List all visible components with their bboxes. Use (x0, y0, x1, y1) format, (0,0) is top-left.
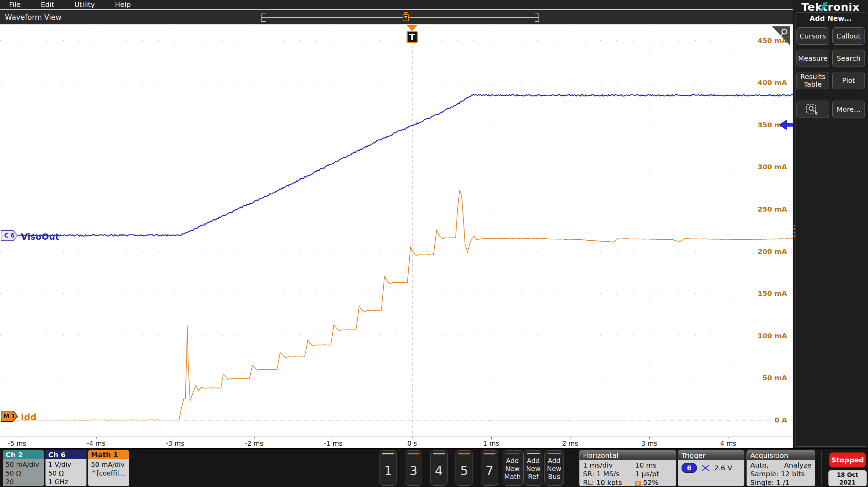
trigger-source-badge: 6 (682, 463, 697, 473)
horizontal-window: 10 ms (635, 461, 657, 470)
channel-color-stripe (484, 453, 496, 454)
channel-setting-line: 50 mA/div (91, 460, 126, 469)
waveform-trace-visoout[interactable] (1, 94, 793, 236)
horizontal-scale: 1 ms/div (583, 461, 635, 470)
menu-bar: FileEditUtilityHelp (0, 0, 793, 10)
sample-rate: SR: 1 MS/s (583, 470, 635, 478)
y-axis-label: 400 mA (758, 78, 787, 87)
channel-button-label: 7 (481, 463, 498, 478)
time-axis-tick (96, 437, 97, 439)
channel-setting-line: 1 GHz (48, 478, 84, 486)
menu-item-help[interactable]: Help (115, 0, 131, 9)
trigger-arrow-icon (407, 25, 417, 31)
trigger-flag-icon: T (403, 14, 409, 21)
tektronix-logo: Tektronix (793, 1, 868, 13)
horizontal-panel[interactable]: Horizontal 1 ms/div10 ms SR: 1 MS/s1 µs/… (579, 450, 676, 486)
channel-setting-line: 50 Ω (48, 469, 84, 478)
channel-card-settings: 1 V/div50 Ω1 GHz (45, 459, 86, 486)
channel-6-handle[interactable]: C 6 (1, 230, 18, 241)
acq-mode: Auto, (750, 461, 769, 470)
time-axis-tick (649, 437, 650, 439)
sidebar-button-callout[interactable]: Callout (832, 27, 865, 45)
sidebar-button-plot[interactable]: Plot (832, 72, 865, 89)
channel-setting-line: 20 MHzBw (6, 478, 41, 486)
waveform-graticule[interactable]: 450 mA400 mA350 mA300 mA250 mA200 mA150 … (0, 25, 793, 436)
record-view-line (261, 17, 539, 18)
channel-card-math1[interactable]: Math 150 mA/div^[coeffil... (88, 450, 129, 486)
menu-item-edit[interactable]: Edit (41, 0, 54, 9)
acquisition-panel[interactable]: Acquisition Auto,Analyze Sample: 12 bits… (746, 450, 815, 486)
add-new-math-button[interactable]: Add New Math (503, 450, 522, 486)
time-axis-tick (333, 437, 333, 439)
sidebar-divider (797, 95, 864, 95)
tab-waveform-view[interactable]: Waveform View (5, 13, 61, 22)
add-new-button-label: Add New Bus (545, 457, 564, 481)
acq-analyze: Analyze (784, 461, 811, 470)
channel-button-label: 4 (431, 463, 447, 478)
record-view-right-bracket (535, 14, 539, 22)
sidebar-button-zoom-region[interactable] (796, 101, 829, 118)
time-axis-label: 2 ms (554, 439, 586, 447)
menu-item-utility[interactable]: Utility (74, 0, 95, 9)
datetime-display: 18 Oct 2021 6:45:23 AM (828, 470, 867, 486)
add-new-button-label: Add New Ref (524, 457, 543, 481)
add-new-button-label: Add New Math (503, 457, 522, 481)
channel-button-5[interactable]: 5 (456, 450, 473, 486)
tab-bar: Waveform View T (0, 10, 793, 25)
math-1-handle[interactable]: M 1 (1, 411, 18, 422)
oscilloscope-app: FileEditUtilityHelp Waveform View T 450 … (0, 0, 868, 487)
waveform-canvas (0, 25, 793, 436)
run-stop-status-button[interactable]: Stopped (829, 452, 866, 468)
date: 18 Oct 2021 (828, 471, 867, 486)
add-new-ref-button[interactable]: Add New Ref (524, 450, 543, 486)
record-length: RL: 10 kpts (583, 478, 635, 486)
record-view-bar[interactable]: T (261, 14, 539, 22)
button-color-stripe (506, 453, 519, 454)
time-axis-label: 4 ms (712, 439, 744, 447)
menu-item-file[interactable]: File (9, 0, 20, 9)
sidebar-button-search[interactable]: Search (832, 50, 865, 67)
right-sidebar: Tektronix Add New... CursorsCalloutMeasu… (793, 0, 868, 448)
channel-color-stripe (458, 453, 470, 454)
channel-button-3[interactable]: 3 (405, 450, 422, 486)
record-view-trigger-marker[interactable]: T (403, 12, 409, 23)
button-color-stripe (548, 453, 561, 454)
channel-button-1[interactable]: 1 (379, 450, 397, 486)
trigger-mini-icon: T (635, 481, 641, 486)
trigger-panel[interactable]: Trigger 6 2.6 V (678, 450, 744, 486)
sidebar-button-more-[interactable]: More... (832, 101, 865, 118)
time-axis-tick (728, 437, 728, 439)
y-axis-label: 150 mA (758, 289, 787, 298)
channel-card-settings: 50 mA/div50 Ω20 MHzBw (3, 459, 44, 486)
sidebar-button-measure[interactable]: Measure (796, 50, 829, 67)
channel-card-settings: 50 mA/div^[coeffil... (88, 459, 129, 478)
time-axis: -5 ms-4 ms-3 ms-2 ms-1 ms0 s1 ms2 ms3 ms… (0, 436, 793, 448)
waveform-trace-idd[interactable] (1, 191, 793, 420)
channel-card-header: Ch 2 (3, 450, 44, 459)
channel-button-4[interactable]: 4 (430, 450, 448, 486)
time-axis-label: 3 ms (634, 439, 665, 447)
channel-color-stripe (408, 453, 420, 454)
trigger-level-arrow-head (779, 119, 787, 130)
sidebar-drag-grip[interactable] (794, 225, 795, 237)
time-axis-tick (412, 437, 412, 439)
button-color-stripe (527, 453, 540, 454)
trigger-position-percent: T52% (635, 478, 658, 486)
sidebar-button-cursors[interactable]: Cursors (796, 27, 829, 45)
add-new-panel: Add New... CursorsCalloutMeasureSearchRe… (795, 12, 866, 447)
channel-card-header: Math 1 (88, 450, 129, 459)
channel-button-7[interactable]: 7 (481, 450, 498, 486)
time-axis-tick (175, 437, 175, 439)
time-axis-label: -2 ms (239, 439, 270, 447)
channel-card-ch6[interactable]: Ch 61 V/div50 Ω1 GHz (45, 450, 86, 486)
time-axis-label: -5 ms (1, 439, 33, 447)
sidebar-button-results-table[interactable]: Results Table (796, 72, 829, 89)
trigger-panel-title: Trigger (678, 451, 744, 460)
bottom-bar: Horizontal 1 ms/div10 ms SR: 1 MS/s1 µs/… (0, 448, 868, 487)
channel-card-ch2[interactable]: Ch 250 mA/div50 Ω20 MHzBw (3, 450, 44, 486)
add-new-bus-button[interactable]: Add New Bus (544, 450, 564, 486)
time-axis-label: -4 ms (81, 439, 112, 447)
sidebar-button-grid: CursorsCalloutMeasureSearchResults Table… (795, 27, 866, 118)
time-axis-tick (254, 437, 254, 439)
trigger-position-flag[interactable]: T (406, 25, 418, 44)
